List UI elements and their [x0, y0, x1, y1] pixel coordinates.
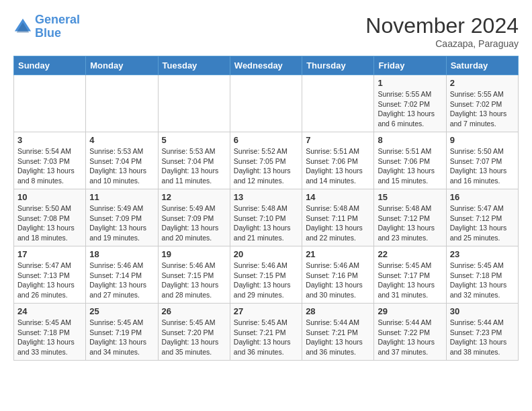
cell-info: Sunrise: 5:55 AM Sunset: 7:02 PM Dayligh… [378, 89, 442, 129]
day-number: 22 [378, 249, 442, 259]
calendar-cell: 3Sunrise: 5:54 AM Sunset: 7:03 PM Daylig… [14, 132, 86, 189]
calendar-cell: 29Sunrise: 5:44 AM Sunset: 7:22 PM Dayli… [374, 304, 446, 361]
weekday-header: Saturday [446, 56, 518, 75]
calendar-week-row: 17Sunrise: 5:47 AM Sunset: 7:13 PM Dayli… [14, 246, 519, 304]
calendar-cell: 20Sunrise: 5:46 AM Sunset: 7:15 PM Dayli… [230, 246, 302, 304]
location-subtitle: Caazapa, Paraguay [365, 38, 519, 49]
weekday-header: Thursday [302, 56, 374, 75]
cell-info: Sunrise: 5:55 AM Sunset: 7:02 PM Dayligh… [450, 89, 515, 129]
logo: General Blue [13, 13, 80, 40]
calendar-cell [14, 75, 86, 132]
day-number: 18 [89, 249, 154, 259]
calendar-cell: 15Sunrise: 5:48 AM Sunset: 7:12 PM Dayli… [374, 189, 446, 246]
calendar-cell: 23Sunrise: 5:45 AM Sunset: 7:18 PM Dayli… [446, 246, 518, 304]
calendar-cell: 24Sunrise: 5:45 AM Sunset: 7:18 PM Dayli… [14, 304, 86, 361]
calendar-cell: 26Sunrise: 5:45 AM Sunset: 7:20 PM Dayli… [158, 304, 230, 361]
cell-info: Sunrise: 5:50 AM Sunset: 7:07 PM Dayligh… [450, 146, 515, 186]
cell-info: Sunrise: 5:50 AM Sunset: 7:08 PM Dayligh… [17, 203, 82, 243]
cell-info: Sunrise: 5:53 AM Sunset: 7:04 PM Dayligh… [162, 146, 226, 186]
day-number: 9 [450, 135, 515, 145]
calendar-cell: 5Sunrise: 5:53 AM Sunset: 7:04 PM Daylig… [158, 132, 230, 189]
calendar-cell: 14Sunrise: 5:48 AM Sunset: 7:11 PM Dayli… [302, 189, 374, 246]
day-number: 24 [17, 306, 82, 316]
day-number: 5 [162, 135, 226, 145]
calendar-cell: 12Sunrise: 5:49 AM Sunset: 7:09 PM Dayli… [158, 189, 230, 246]
calendar-cell: 19Sunrise: 5:46 AM Sunset: 7:15 PM Dayli… [158, 246, 230, 304]
day-number: 11 [89, 192, 154, 202]
cell-info: Sunrise: 5:46 AM Sunset: 7:15 PM Dayligh… [234, 261, 298, 300]
day-number: 17 [17, 249, 82, 259]
day-number: 7 [306, 135, 370, 145]
calendar-cell: 13Sunrise: 5:48 AM Sunset: 7:10 PM Dayli… [230, 189, 302, 246]
day-number: 23 [450, 249, 515, 259]
calendar-cell: 6Sunrise: 5:52 AM Sunset: 7:05 PM Daylig… [230, 132, 302, 189]
cell-info: Sunrise: 5:52 AM Sunset: 7:05 PM Dayligh… [234, 146, 298, 186]
cell-info: Sunrise: 5:54 AM Sunset: 7:03 PM Dayligh… [17, 146, 82, 186]
calendar-cell: 18Sunrise: 5:46 AM Sunset: 7:14 PM Dayli… [86, 246, 158, 304]
logo-text: General Blue [35, 13, 80, 40]
cell-info: Sunrise: 5:44 AM Sunset: 7:23 PM Dayligh… [450, 318, 515, 357]
cell-info: Sunrise: 5:45 AM Sunset: 7:18 PM Dayligh… [17, 318, 82, 357]
calendar-cell: 21Sunrise: 5:46 AM Sunset: 7:16 PM Dayli… [302, 246, 374, 304]
calendar-cell: 27Sunrise: 5:45 AM Sunset: 7:21 PM Dayli… [230, 304, 302, 361]
logo-line2: Blue [35, 26, 61, 40]
calendar-cell: 4Sunrise: 5:53 AM Sunset: 7:04 PM Daylig… [86, 132, 158, 189]
cell-info: Sunrise: 5:44 AM Sunset: 7:21 PM Dayligh… [306, 318, 370, 357]
cell-info: Sunrise: 5:47 AM Sunset: 7:12 PM Dayligh… [450, 203, 515, 243]
calendar-cell: 17Sunrise: 5:47 AM Sunset: 7:13 PM Dayli… [14, 246, 86, 304]
cell-info: Sunrise: 5:45 AM Sunset: 7:17 PM Dayligh… [378, 261, 442, 300]
weekday-header: Wednesday [230, 56, 302, 75]
weekday-header: Tuesday [158, 56, 230, 75]
calendar-cell: 22Sunrise: 5:45 AM Sunset: 7:17 PM Dayli… [374, 246, 446, 304]
day-number: 12 [162, 192, 226, 202]
day-number: 13 [234, 192, 298, 202]
cell-info: Sunrise: 5:45 AM Sunset: 7:19 PM Dayligh… [89, 318, 154, 357]
cell-info: Sunrise: 5:46 AM Sunset: 7:15 PM Dayligh… [162, 261, 226, 300]
day-number: 21 [306, 249, 370, 259]
calendar-cell [158, 75, 230, 132]
page-header: General Blue November 2024 Caazapa, Para… [13, 13, 519, 49]
day-number: 16 [450, 192, 515, 202]
cell-info: Sunrise: 5:49 AM Sunset: 7:09 PM Dayligh… [162, 203, 226, 243]
logo-icon [13, 17, 32, 36]
cell-info: Sunrise: 5:49 AM Sunset: 7:09 PM Dayligh… [89, 203, 154, 243]
day-number: 29 [378, 306, 442, 316]
title-block: November 2024 Caazapa, Paraguay [365, 13, 519, 49]
calendar-cell: 2Sunrise: 5:55 AM Sunset: 7:02 PM Daylig… [446, 75, 518, 132]
cell-info: Sunrise: 5:51 AM Sunset: 7:06 PM Dayligh… [306, 146, 370, 186]
day-number: 3 [17, 135, 82, 145]
calendar-week-row: 24Sunrise: 5:45 AM Sunset: 7:18 PM Dayli… [14, 304, 519, 361]
cell-info: Sunrise: 5:45 AM Sunset: 7:18 PM Dayligh… [450, 261, 515, 300]
calendar-cell: 10Sunrise: 5:50 AM Sunset: 7:08 PM Dayli… [14, 189, 86, 246]
cell-info: Sunrise: 5:48 AM Sunset: 7:12 PM Dayligh… [378, 203, 442, 243]
cell-info: Sunrise: 5:45 AM Sunset: 7:21 PM Dayligh… [234, 318, 298, 357]
calendar-cell [230, 75, 302, 132]
cell-info: Sunrise: 5:48 AM Sunset: 7:10 PM Dayligh… [234, 203, 298, 243]
cell-info: Sunrise: 5:47 AM Sunset: 7:13 PM Dayligh… [17, 261, 82, 300]
weekday-header-row: SundayMondayTuesdayWednesdayThursdayFrid… [14, 56, 519, 75]
day-number: 1 [378, 78, 442, 88]
cell-info: Sunrise: 5:48 AM Sunset: 7:11 PM Dayligh… [306, 203, 370, 243]
weekday-header: Sunday [14, 56, 86, 75]
calendar-week-row: 3Sunrise: 5:54 AM Sunset: 7:03 PM Daylig… [14, 132, 519, 189]
day-number: 10 [17, 192, 82, 202]
day-number: 14 [306, 192, 370, 202]
calendar-cell: 30Sunrise: 5:44 AM Sunset: 7:23 PM Dayli… [446, 304, 518, 361]
calendar-cell: 28Sunrise: 5:44 AM Sunset: 7:21 PM Dayli… [302, 304, 374, 361]
month-title: November 2024 [365, 13, 519, 38]
weekday-header: Monday [86, 56, 158, 75]
weekday-header: Friday [374, 56, 446, 75]
cell-info: Sunrise: 5:53 AM Sunset: 7:04 PM Dayligh… [89, 146, 154, 186]
logo-line1: General [35, 13, 80, 26]
calendar-cell: 1Sunrise: 5:55 AM Sunset: 7:02 PM Daylig… [374, 75, 446, 132]
calendar-cell [86, 75, 158, 132]
day-number: 20 [234, 249, 298, 259]
cell-info: Sunrise: 5:46 AM Sunset: 7:14 PM Dayligh… [89, 261, 154, 300]
day-number: 30 [450, 306, 515, 316]
calendar-cell: 8Sunrise: 5:51 AM Sunset: 7:06 PM Daylig… [374, 132, 446, 189]
calendar-cell [302, 75, 374, 132]
day-number: 4 [89, 135, 154, 145]
calendar-cell: 9Sunrise: 5:50 AM Sunset: 7:07 PM Daylig… [446, 132, 518, 189]
calendar-week-row: 10Sunrise: 5:50 AM Sunset: 7:08 PM Dayli… [14, 189, 519, 246]
calendar-cell: 25Sunrise: 5:45 AM Sunset: 7:19 PM Dayli… [86, 304, 158, 361]
